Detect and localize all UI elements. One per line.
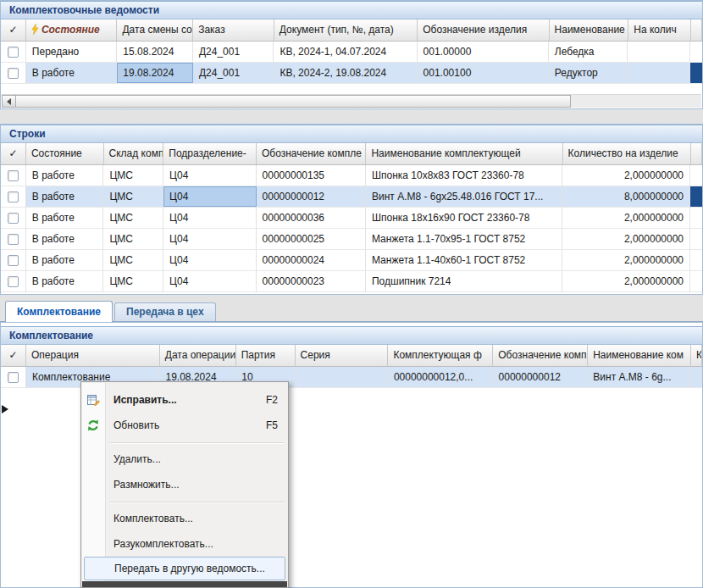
column-header-komplektuyushchaya[interactable]: Комплектующая ф [388, 345, 493, 366]
cell[interactable]: 001.00000 [418, 42, 549, 62]
cell[interactable]: 2,000000000 [562, 229, 690, 249]
row-checkbox[interactable] [8, 47, 19, 58]
cell[interactable] [628, 63, 690, 83]
table-row[interactable]: В работе ЦМС Ц04 00000000135 Шпонка 10x8… [1, 165, 702, 186]
cell[interactable]: 00000000023 [257, 271, 366, 291]
scrollbar-thumb[interactable] [16, 95, 571, 108]
cell[interactable]: 00000000012 [493, 367, 588, 387]
table-row-selected[interactable]: В работе 19.08.2024 Д24_001 КВ, 2024-2, … [1, 63, 702, 84]
table-row[interactable]: В работе ЦМС Ц04 00000000025 Манжета 1.1… [1, 229, 702, 250]
table-row-selected[interactable]: В работе ЦМС Ц04 00000000012 Винт А.М8 -… [1, 186, 702, 208]
cell[interactable]: ЦМС [103, 229, 163, 249]
column-header-naimenovanie[interactable]: Наименование изд [550, 19, 629, 41]
cell[interactable]: Ц04 [163, 229, 256, 249]
scroll-left-button[interactable] [2, 95, 16, 108]
column-header-dokument[interactable]: Документ (тип, №, дата) [274, 19, 418, 41]
cell[interactable]: В работе [26, 186, 104, 207]
cell[interactable]: В работе [26, 250, 104, 270]
cell[interactable]: Ц04 [163, 165, 256, 186]
column-header-oboznachenie[interactable]: Обозначение компле [257, 143, 367, 164]
cell[interactable]: 00000000036 [257, 208, 366, 228]
cell[interactable]: Ц04 [163, 271, 256, 291]
column-header-partiya[interactable]: Партия [236, 345, 296, 366]
cell-focused[interactable]: Ц04 [163, 186, 256, 207]
table-row[interactable]: В работе ЦМС Ц04 00000000023 Подшипник 7… [1, 271, 702, 292]
table-row[interactable]: В работе ЦМС Ц04 00000000036 Шпонка 18x1… [1, 208, 702, 229]
cell[interactable]: 2,000000000 [562, 165, 690, 186]
cell[interactable] [628, 42, 690, 62]
cell[interactable]: 2,000000000 [562, 271, 690, 291]
tab-komplektovanie[interactable]: Комплектование [5, 301, 113, 322]
cell[interactable]: 001.00100 [418, 63, 549, 83]
row-checkbox[interactable] [8, 170, 19, 181]
column-header-data-smeny[interactable]: Дата смены сост [117, 19, 193, 41]
select-all-header[interactable]: ✓ [1, 19, 26, 41]
cell[interactable]: В работе [26, 271, 104, 291]
cell[interactable]: Ц04 [163, 250, 256, 270]
column-header-seriya[interactable]: Серия [296, 345, 389, 366]
cell-focused[interactable]: 19.08.2024 [117, 63, 193, 83]
select-all-header[interactable]: ✓ [1, 143, 26, 164]
column-header-data-operacii[interactable]: Дата операции [160, 345, 236, 366]
menu-item-peredat-v-druguyu-vedomost[interactable]: Передать в другую ведомость... [84, 557, 285, 580]
cell[interactable]: КВ, 2024-2, 19.08.2024 [274, 63, 417, 83]
column-header-naimenovanie[interactable]: Наименование комплектующей [366, 143, 562, 164]
cell[interactable]: КВ, 2024-1, 04.07.2024 [274, 42, 417, 62]
cell[interactable]: Передано [26, 42, 117, 62]
cell[interactable]: ЦМС [103, 186, 163, 207]
cell[interactable] [295, 367, 388, 387]
menu-item-obnovit[interactable]: Обновить F5 [81, 413, 288, 438]
menu-item-razukomplektovat[interactable]: Разукомплектовать... [81, 531, 288, 557]
horizontal-scrollbar[interactable] [2, 94, 701, 108]
column-header-na-kolich[interactable]: На колич [628, 19, 691, 41]
cell[interactable]: Шпонка 10x8x83 ГОСТ 23360-78 [366, 165, 562, 186]
column-header-stub[interactable]: К [691, 345, 702, 366]
column-header-oboznachenie[interactable]: Обозначение комп [493, 345, 588, 366]
cell[interactable]: 00000000025 [257, 229, 366, 249]
cell[interactable]: Винт А.М8 - 6g... [587, 367, 690, 387]
menu-item-komplektovat[interactable]: Комплектовать... [81, 506, 288, 531]
cell[interactable]: Редуктор [549, 63, 628, 83]
cell[interactable]: Шпонка 18x16x90 ГОСТ 23360-78 [366, 208, 562, 228]
cell[interactable]: Подшипник 7214 [366, 271, 562, 291]
column-header-naimenovanie[interactable]: Наименование ком [588, 345, 691, 366]
cell[interactable]: В работе [26, 63, 117, 83]
column-header-podrazdelenie[interactable]: Подразделение- [163, 143, 257, 164]
cell[interactable]: Манжета 1.1-40x60-1 ГОСТ 8752 [366, 250, 562, 270]
row-checkbox[interactable] [8, 191, 19, 202]
row-checkbox[interactable] [8, 372, 19, 383]
row-checkbox[interactable] [8, 213, 19, 224]
menu-item-ispravit[interactable]: Исправить... F2 [81, 387, 288, 413]
cell[interactable]: В работе [26, 165, 104, 186]
cell[interactable]: Ц04 [163, 208, 256, 228]
column-header-sostoyanie[interactable]: Состояние [26, 143, 104, 164]
cell[interactable]: 2,000000000 [562, 208, 690, 228]
cell[interactable]: ЦМС [103, 208, 163, 228]
cell[interactable]: Манжета 1.1-70x95-1 ГОСТ 8752 [366, 229, 562, 249]
column-header-kolichestvo[interactable]: Количество на изделие [563, 143, 691, 164]
cell[interactable]: 8,000000000 [562, 186, 690, 207]
cell[interactable]: В работе [26, 208, 104, 228]
column-header-sklad[interactable]: Склад комп [104, 143, 164, 164]
cell[interactable]: Д24_001 [193, 63, 274, 83]
cell[interactable]: 2,000000000 [562, 250, 690, 270]
cell[interactable]: Д24_001 [193, 42, 274, 62]
row-checkbox[interactable] [8, 234, 19, 245]
column-header-oboznachenie[interactable]: Обозначение изделия [418, 19, 549, 41]
cell[interactable]: 00000000135 [257, 165, 366, 186]
cell[interactable]: ЦМС [103, 165, 163, 186]
cell[interactable]: 00000000024 [257, 250, 366, 270]
row-checkbox[interactable] [8, 68, 19, 79]
column-header-zakaz[interactable]: Заказ [193, 19, 274, 41]
cell[interactable]: Лебедка [549, 42, 628, 62]
row-checkbox[interactable] [8, 276, 19, 287]
tab-peredacha-v-tseh[interactable]: Передача в цех [114, 302, 216, 321]
table-row[interactable]: Передано 15.08.2024 Д24_001 КВ, 2024-1, … [1, 42, 702, 63]
menu-item-udalit[interactable]: Удалить... [81, 447, 288, 472]
cell[interactable]: 00000000012,0... [388, 367, 493, 387]
table-row[interactable]: В работе ЦМС Ц04 00000000024 Манжета 1.1… [1, 250, 702, 271]
cell[interactable]: ЦМС [103, 271, 163, 291]
row-checkbox[interactable] [8, 255, 19, 266]
select-all-header[interactable]: ✓ [1, 345, 26, 366]
cell[interactable]: 15.08.2024 [117, 42, 193, 62]
